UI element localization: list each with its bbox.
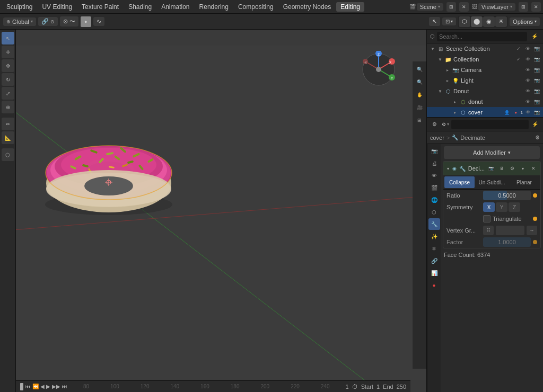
- move-tool-btn[interactable]: ✥: [2, 59, 14, 72]
- tab-texture-paint[interactable]: Texture Paint: [77, 2, 123, 12]
- prop-modifier-btn[interactable]: 🔧: [428, 218, 440, 230]
- add-mesh-btn[interactable]: ⬡: [2, 148, 14, 161]
- gizmo-btn[interactable]: ↖: [429, 17, 440, 26]
- playback-play-btn[interactable]: ▶: [46, 384, 50, 389]
- prop-world-btn[interactable]: 🌐: [428, 194, 440, 206]
- mod-collapse-btn[interactable]: ▾: [445, 165, 451, 172]
- material-btn[interactable]: ◉: [483, 16, 495, 27]
- viewport-options-btn[interactable]: Options ▾: [510, 17, 540, 26]
- mod-down-icon[interactable]: ▾: [518, 164, 528, 173]
- prop-render-btn[interactable]: 📷: [428, 145, 440, 157]
- camera-eye-btn[interactable]: 👁: [523, 66, 532, 74]
- solid-btn[interactable]: ⬤: [471, 16, 483, 27]
- cover-render-btn[interactable]: 📷: [532, 108, 541, 117]
- rendered-btn[interactable]: ☀: [495, 16, 507, 27]
- donut-mesh-eye-btn[interactable]: 👁: [523, 97, 532, 106]
- zoom-out-btn[interactable]: 🔍: [414, 76, 425, 88]
- transform-selector[interactable]: ⊕ Global ▾: [3, 17, 36, 26]
- donut-coll-render-btn[interactable]: 📷: [532, 87, 541, 95]
- ratio-keyframe-dot[interactable]: [533, 193, 537, 198]
- vertex-group-grid-btn[interactable]: ⠿: [483, 226, 494, 235]
- tree-item-collection[interactable]: ▼ 📁 Collection ✓ 👁 📷: [427, 54, 543, 65]
- factor-field[interactable]: 1.0000: [483, 237, 531, 247]
- mod-tab-planar[interactable]: Planar: [509, 176, 539, 188]
- camera-render-btn[interactable]: 📷: [532, 66, 541, 74]
- cover-eye-btn[interactable]: 👁: [523, 108, 532, 117]
- tree-item-cover[interactable]: ▸ ⬡ cover 👤 ● 1 👁 📷: [427, 107, 543, 118]
- overlay-btn[interactable]: ⊡ ▾: [442, 17, 456, 25]
- sym-y-btn[interactable]: Y: [496, 202, 507, 212]
- vertex-group-arrows[interactable]: ↔: [527, 226, 537, 235]
- viewlayer-window-new[interactable]: ⊞: [519, 2, 528, 12]
- proportional-edit-btn[interactable]: ⊙ 〜: [60, 16, 78, 26]
- tree-item-donut-mesh[interactable]: ▸ ⬡ donut 👁 📷: [427, 96, 543, 107]
- cover-material-btn[interactable]: ●: [512, 108, 520, 117]
- wireframe-btn[interactable]: ⬡: [459, 16, 470, 27]
- light-render-btn[interactable]: 📷: [532, 76, 541, 85]
- add-modifier-btn[interactable]: Add Modifier ▾: [444, 146, 540, 159]
- mod-tab-collapse[interactable]: Collapse: [444, 176, 475, 188]
- prop-constraints-btn[interactable]: 🔗: [428, 255, 440, 266]
- tab-uv-editing[interactable]: UV Editing: [38, 2, 76, 12]
- playback-step-back-btn[interactable]: ◀: [40, 384, 45, 389]
- cover-avatar-btn[interactable]: 👤: [503, 108, 511, 117]
- mod-close-btn[interactable]: ✕: [529, 164, 538, 173]
- prop-physics-btn[interactable]: ⚛: [428, 243, 440, 254]
- tree-item-light[interactable]: ▸ 💡 Light 👁 📷: [427, 75, 543, 86]
- light-eye-btn[interactable]: 👁: [523, 76, 532, 85]
- scene-coll-eye-btn[interactable]: 👁: [523, 44, 532, 53]
- zoom-in-btn[interactable]: 🔍: [414, 64, 425, 75]
- nav-gizmo[interactable]: X -X Y Z: [360, 51, 397, 88]
- pan-view-btn[interactable]: ✋: [414, 89, 425, 101]
- factor-keyframe-dot[interactable]: [533, 240, 537, 244]
- camera-view-btn[interactable]: 🎥: [414, 102, 425, 113]
- select-tool-btn[interactable]: ↖: [2, 32, 14, 44]
- mod-camera-icon[interactable]: 📷: [486, 164, 496, 173]
- breadcrumb-cover[interactable]: cover: [430, 135, 444, 141]
- scene-window-new[interactable]: ⊞: [446, 2, 456, 12]
- annotate-btn[interactable]: ✏: [2, 118, 14, 130]
- viewlayer-selector[interactable]: ViewLayer ▾: [478, 3, 515, 11]
- mod-render-icon[interactable]: 🖥: [497, 164, 506, 173]
- scene-coll-render-btn[interactable]: 📷: [532, 44, 541, 53]
- outliner-filter-btn[interactable]: ⚡: [529, 31, 540, 42]
- tab-editing[interactable]: Editing: [336, 2, 364, 12]
- mod-settings-btn[interactable]: ⚙: [507, 164, 517, 173]
- coll-eye-btn[interactable]: 👁: [523, 55, 532, 64]
- vertex-group-field[interactable]: [496, 226, 524, 235]
- tab-geometry-nodes[interactable]: Geometry Nodes: [279, 2, 336, 12]
- prop-scene-btn[interactable]: 🎬: [428, 182, 440, 193]
- scale-tool-btn[interactable]: ⤢: [2, 87, 14, 100]
- prop-object-btn[interactable]: ⬡: [428, 206, 440, 218]
- tree-item-camera[interactable]: ▸ 📷 Camera 👁 📷: [427, 65, 543, 75]
- prop-view-btn[interactable]: 👁: [428, 170, 440, 181]
- playback-end-btn[interactable]: ⏭: [62, 384, 67, 389]
- playback-start-btn[interactable]: ⏮: [25, 384, 31, 389]
- props-search[interactable]: [451, 120, 529, 129]
- sym-x-btn[interactable]: X: [483, 202, 495, 212]
- prop-particles-btn[interactable]: ✨: [428, 230, 440, 242]
- donut-mesh-render-btn[interactable]: 📷: [532, 97, 541, 106]
- prop-data-btn[interactable]: 📊: [428, 267, 440, 279]
- tab-shading[interactable]: Shading: [124, 2, 156, 12]
- tree-item-donut-collection[interactable]: ▼ ⬡ Donut 👁 📷: [427, 86, 543, 96]
- transform-tool-btn[interactable]: ⊕: [2, 101, 14, 113]
- triangulate-keyframe-dot[interactable]: [533, 217, 537, 221]
- tab-animation[interactable]: Animation: [157, 2, 194, 12]
- sym-z-btn[interactable]: Z: [509, 202, 520, 212]
- prop-material-btn[interactable]: ●: [428, 279, 440, 291]
- coll-render-btn[interactable]: 📷: [532, 55, 541, 64]
- props-settings-btn[interactable]: ⚙: [430, 119, 440, 130]
- tab-compositing[interactable]: Compositing: [234, 2, 278, 12]
- donut-coll-eye-btn[interactable]: 👁: [523, 87, 532, 95]
- scene-selector[interactable]: Scene ▾: [417, 3, 443, 11]
- tree-item-scene-collection[interactable]: ▼ ⊞ Scene Collection ✓ 👁 📷: [427, 43, 543, 54]
- props-selector[interactable]: ⚙ ▾: [442, 122, 449, 127]
- scene-window-close[interactable]: ✕: [459, 2, 469, 12]
- tab-rendering[interactable]: Rendering: [195, 2, 233, 12]
- measure-btn[interactable]: 📐: [2, 131, 14, 144]
- prop-output-btn[interactable]: 🖨: [428, 157, 440, 169]
- tab-sculpting[interactable]: Sculpting: [2, 2, 37, 12]
- viewlayer-window-close[interactable]: ✕: [531, 2, 541, 12]
- rotate-tool-btn[interactable]: ↻: [2, 73, 14, 86]
